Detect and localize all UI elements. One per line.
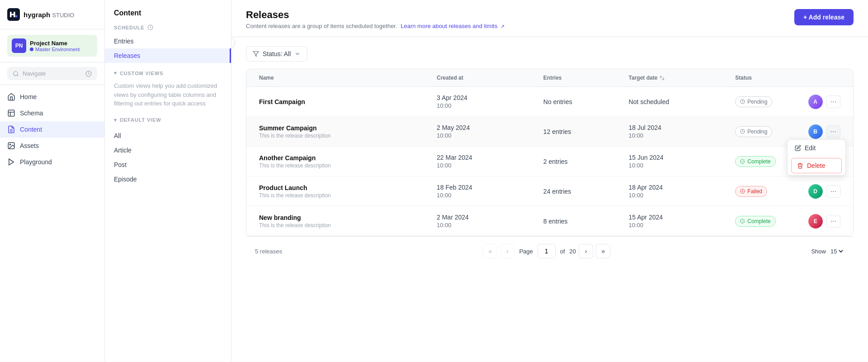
content-nav-entries[interactable]: Entries [105, 34, 231, 48]
avatar-1: A [808, 95, 823, 109]
playground-label: Playground [20, 158, 52, 166]
schema-label: Schema [20, 110, 43, 117]
header-left: Releases Content releases are a group of… [246, 9, 505, 29]
default-view-label: ▾ DEFAULT VIEW [105, 117, 231, 127]
of-label: of [560, 248, 565, 255]
learn-more-link[interactable]: Learn more about releases and limits ↗ [401, 23, 505, 29]
context-menu: Edit Delete [787, 139, 846, 176]
content-nav-post[interactable]: Post [105, 157, 231, 172]
svg-point-1 [15, 15, 18, 18]
show-select: Show 15 25 50 [811, 248, 844, 255]
filter-icon [253, 51, 259, 57]
cell-name-1: First Campaign [255, 87, 433, 116]
svg-point-10 [9, 144, 10, 145]
col-entries: Entries [540, 69, 625, 86]
collapse-default-view[interactable]: ▾ [114, 117, 117, 123]
cell-name-4: Product Launch This is the release descr… [255, 176, 433, 206]
more-menu-btn-5[interactable]: ··· [826, 215, 840, 228]
table-section: Status: All Name Created at Entries Targ… [231, 37, 868, 362]
more-menu-btn-1[interactable]: ··· [826, 95, 840, 108]
check-circle-icon [740, 159, 745, 164]
context-edit-item[interactable]: Edit [788, 140, 845, 156]
cell-actions-4: D ··· [817, 176, 844, 206]
table-row: First Campaign 3 Apr 2024 10:00 No entri… [246, 87, 853, 117]
page-number-input[interactable] [538, 244, 556, 258]
logo-area: hygraph STUDIO [0, 0, 104, 29]
cell-target-4: 18 Apr 2024 10:00 [625, 176, 732, 206]
cell-target-1: Not scheduled [625, 87, 732, 116]
col-name: Name [255, 69, 433, 86]
cell-created-5: 2 Mar 2024 10:00 [433, 206, 540, 236]
content-nav-episode[interactable]: Episode [105, 172, 231, 186]
table-row: Product Launch This is the release descr… [246, 176, 853, 206]
sidebar-item-home[interactable]: Home [0, 89, 104, 105]
schedule-section-label: SCHEDULE [105, 24, 231, 34]
avatar-4: D [808, 184, 823, 199]
home-icon [7, 93, 15, 101]
sidebar-item-assets[interactable]: Assets [0, 138, 104, 154]
project-environment: Master Environment [30, 47, 80, 52]
cell-status-5: Complete [731, 206, 817, 236]
col-target: Target date [625, 69, 732, 86]
last-page-btn[interactable]: » [596, 244, 610, 258]
filter-bar: Status: All [246, 46, 854, 62]
sidebar-item-playground[interactable]: Playground [0, 154, 104, 170]
check-circle-icon-5 [740, 219, 745, 224]
env-dot [30, 48, 33, 51]
content-label: Content [20, 126, 42, 133]
status-filter-dropdown[interactable]: Status: All [246, 46, 307, 62]
home-label: Home [20, 93, 37, 100]
svg-rect-4 [8, 110, 14, 116]
table-header: Name Created at Entries Target date Stat… [246, 69, 853, 87]
svg-marker-11 [9, 159, 14, 165]
sidebar-item-schema[interactable]: Schema [0, 105, 104, 121]
avatar-2: B [808, 124, 823, 139]
cell-entries-4: 24 entries [540, 176, 625, 206]
cell-name-5: New branding This is the release descrip… [255, 206, 433, 236]
x-circle-icon [740, 189, 745, 194]
clock-badge-icon-2 [740, 129, 745, 134]
custom-views-section: ▾ CUSTOM VIEWS Custom views help you add… [105, 70, 231, 114]
content-nav-article[interactable]: Article [105, 143, 231, 157]
sort-icon[interactable] [659, 75, 665, 81]
content-nav-all[interactable]: All [105, 129, 231, 143]
project-badge[interactable]: PN Project Name Master Environment [7, 35, 97, 57]
panel-title: Content [105, 9, 231, 24]
cell-target-3: 15 Jun 2024 10:00 [625, 147, 732, 176]
page-label: Page [519, 248, 533, 255]
more-menu-btn-4[interactable]: ··· [826, 185, 840, 198]
clock-badge-icon [740, 99, 745, 104]
cell-status-1: Pending [731, 87, 817, 116]
cell-entries-5: 8 entries [540, 206, 625, 236]
sidebar-item-content[interactable]: Content [0, 121, 104, 138]
first-page-btn[interactable]: « [483, 244, 497, 258]
status-badge-failed: Failed [735, 186, 767, 197]
clock-small-icon [147, 24, 153, 30]
hygraph-logo-icon [7, 8, 20, 21]
custom-views-description: Custom views help you add customized vie… [105, 80, 231, 114]
navigate-search[interactable]: Navigate [7, 67, 97, 80]
col-created: Created at [433, 69, 540, 86]
default-view-items: All Article Post Episode [105, 129, 231, 186]
search-left: Navigate [13, 70, 46, 77]
content-nav-releases[interactable]: Releases [105, 48, 231, 63]
total-pages: 20 [570, 248, 576, 255]
cell-actions-5: E ··· [817, 206, 844, 236]
cell-created-4: 18 Feb 2024 10:00 [433, 176, 540, 206]
search-section: Navigate [0, 62, 104, 85]
show-count-select[interactable]: 15 25 50 [829, 248, 844, 255]
assets-label: Assets [20, 142, 39, 149]
context-delete-item[interactable]: Delete [791, 158, 842, 173]
col-actions [817, 69, 844, 86]
clock-icon [85, 71, 92, 77]
prev-page-btn[interactable]: ‹ [500, 244, 514, 258]
cell-entries-1: No entries [540, 87, 625, 116]
more-menu-btn-2[interactable]: ··· [826, 125, 840, 138]
schema-icon [7, 109, 15, 117]
add-release-button[interactable]: + Add release [794, 9, 854, 25]
svg-point-2 [14, 71, 18, 75]
project-info: Project Name Master Environment [30, 40, 80, 52]
collapse-custom-views[interactable]: ▾ [114, 70, 117, 76]
project-name: Project Name [30, 40, 80, 47]
next-page-btn[interactable]: › [579, 244, 593, 258]
